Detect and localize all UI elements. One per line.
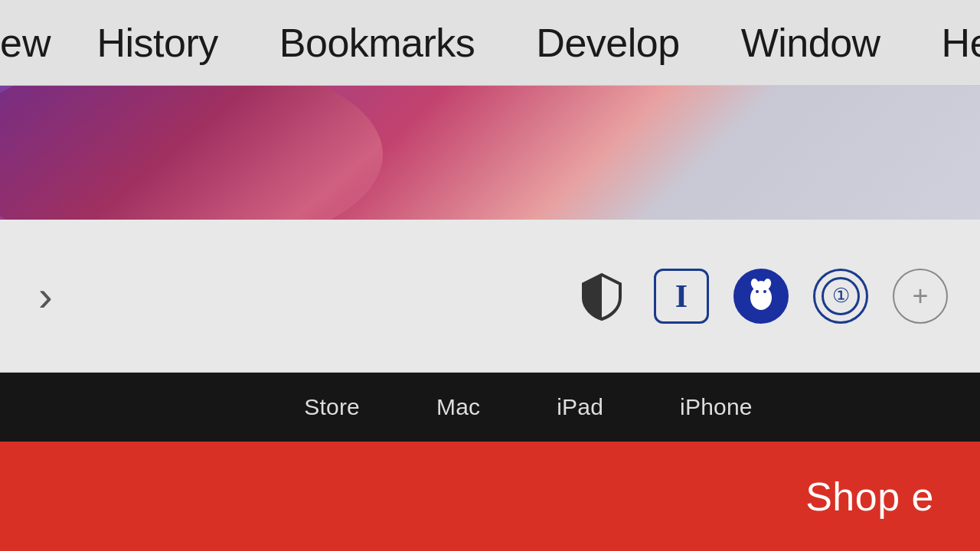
- menu-item-develop[interactable]: Develop: [505, 20, 710, 66]
- shop-text: Shop e: [805, 474, 934, 520]
- menu-bar: ew History Bookmarks Develop Window Help: [0, 0, 980, 86]
- instapaper-icon: I: [654, 269, 709, 324]
- onepassword-icon: ①: [813, 269, 868, 324]
- apple-nav-mac[interactable]: Mac: [398, 394, 518, 420]
- add-extension-button[interactable]: +: [891, 267, 949, 325]
- wallpaper-area: [0, 86, 980, 220]
- apple-nav-bar: Store Mac iPad iPhone: [0, 373, 980, 442]
- bear-extension-button[interactable]: [732, 267, 790, 325]
- menu-item-history[interactable]: History: [66, 20, 248, 66]
- apple-nav-iphone[interactable]: iPhone: [642, 394, 791, 420]
- svg-point-4: [756, 294, 766, 302]
- svg-point-6: [763, 290, 766, 293]
- menu-item-view-partial[interactable]: ew: [0, 20, 66, 66]
- forward-chevron-icon[interactable]: ›: [31, 263, 60, 328]
- onepassword-inner: ①: [822, 277, 860, 315]
- add-extension-icon: +: [893, 269, 948, 324]
- menu-item-bookmarks[interactable]: Bookmarks: [249, 20, 506, 66]
- menu-item-window[interactable]: Window: [710, 20, 911, 66]
- apple-nav-ipad[interactable]: iPad: [518, 394, 642, 420]
- instapaper-extension-button[interactable]: I: [652, 267, 710, 325]
- content-area: Shop e: [0, 442, 980, 551]
- menu-item-help[interactable]: Help: [911, 20, 980, 66]
- privacy-badger-extension-button[interactable]: [573, 267, 631, 325]
- toolbar-extensions: I: [573, 267, 949, 325]
- apple-nav-store[interactable]: Store: [266, 394, 398, 420]
- svg-point-5: [756, 290, 759, 293]
- bear-icon: [733, 269, 789, 324]
- onepassword-extension-button[interactable]: ①: [812, 267, 870, 325]
- safari-toolbar: › I: [0, 220, 980, 373]
